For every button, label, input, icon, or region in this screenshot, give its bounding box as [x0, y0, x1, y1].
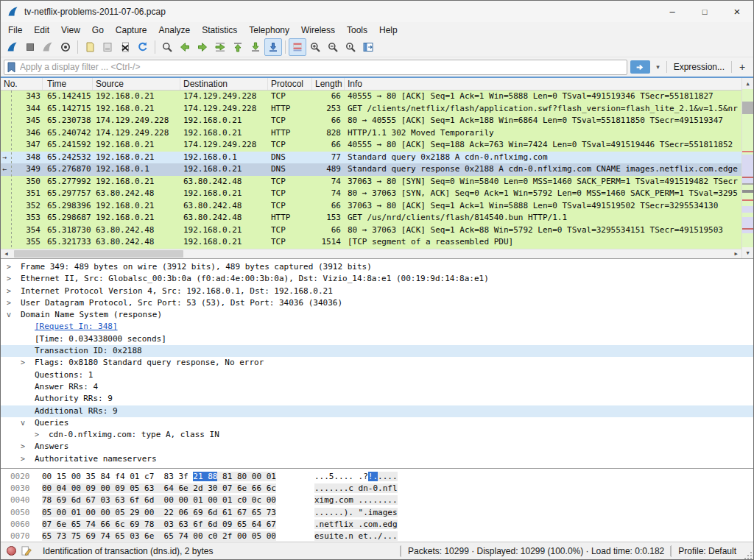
hex-row[interactable]: 006007 6e 65 74 66 6c 69 78 03 63 6f 6d …	[1, 519, 753, 531]
scroll-down-arrow-icon[interactable]: ▼	[742, 247, 753, 258]
packet-row[interactable]: 34465.142715192.168.0.21174.129.249.228H…	[1, 103, 741, 116]
detail-udp[interactable]: >User Datagram Protocol, Src Port: 53 (5…	[1, 297, 753, 309]
detail-additional-rrs[interactable]: Additional RRs: 9	[1, 405, 753, 417]
go-forward-icon[interactable]	[194, 38, 211, 56]
display-filter-box[interactable]	[4, 60, 627, 75]
go-last-icon[interactable]	[247, 38, 264, 56]
go-to-packet-icon[interactable]	[211, 38, 229, 56]
packet-row[interactable]: 35065.277992192.168.0.2163.80.242.48TCP7…	[1, 176, 741, 188]
save-file-icon[interactable]	[99, 38, 116, 56]
packet-list-scrollbar[interactable]: ▲ ▼	[741, 78, 753, 258]
menu-telephony[interactable]: Telephony	[243, 24, 295, 37]
resize-columns-icon[interactable]	[359, 38, 377, 56]
expand-arrow-icon[interactable]: >	[35, 429, 39, 441]
stop-capture-icon[interactable]	[21, 38, 39, 56]
detail-ethernet[interactable]: >Ethernet II, Src: Globalsc_00:3b:0a (f0…	[1, 273, 753, 285]
menu-help[interactable]: Help	[373, 24, 404, 37]
scroll-up-arrow-icon[interactable]: ▲	[742, 78, 753, 89]
scroll-right-arrow-icon[interactable]: ▶	[730, 249, 741, 258]
packet-row[interactable]: 35465.31873063.80.242.48192.168.0.21TCP6…	[1, 224, 741, 237]
menu-capture[interactable]: Capture	[110, 24, 153, 37]
scroll-left-arrow-icon[interactable]: ◀	[1, 249, 12, 258]
display-filter-input[interactable]	[16, 62, 627, 72]
column-header-protocol[interactable]: Protocol	[268, 78, 312, 90]
detail-questions[interactable]: Questions: 1	[1, 369, 753, 381]
detail-query-item[interactable]: >cdn-0.nflximg.com: type A, class IN	[1, 429, 753, 441]
column-header-source[interactable]: Source	[93, 78, 180, 90]
detail-flags[interactable]: >Flags: 0x8180 Standard query response, …	[1, 357, 753, 369]
zoom-original-icon[interactable]	[342, 38, 359, 56]
column-header-length[interactable]: Length	[312, 78, 345, 90]
column-header-info[interactable]: Info	[345, 78, 741, 90]
open-file-icon[interactable]	[81, 38, 99, 56]
collapse-arrow-icon[interactable]: v	[7, 309, 11, 321]
packet-row[interactable]: 35565.32173363.80.242.48192.168.0.21TCP1…	[1, 236, 741, 249]
expand-arrow-icon[interactable]: >	[7, 286, 11, 297]
colorize-packets-icon[interactable]	[289, 38, 306, 56]
auto-scroll-icon[interactable]	[264, 38, 282, 56]
expand-arrow-icon[interactable]: >	[21, 441, 25, 453]
maximize-button[interactable]: □	[688, 1, 721, 22]
close-file-icon[interactable]	[116, 38, 134, 56]
packet-row[interactable]: 34365.142415192.168.0.21174.129.249.228T…	[1, 91, 741, 103]
restart-capture-icon[interactable]	[39, 38, 57, 56]
capture-comment-icon[interactable]	[21, 545, 32, 556]
hex-row[interactable]: 003000 04 00 09 00 09 05 63 64 6e 2d 30 …	[1, 483, 753, 495]
expand-arrow-icon[interactable]: >	[7, 261, 11, 273]
expand-arrow-icon[interactable]: >	[21, 357, 25, 369]
minimize-button[interactable]: –	[656, 1, 688, 22]
resize-grip[interactable]	[744, 552, 752, 559]
detail-authoritative-nameservers[interactable]: >Authoritative nameservers	[1, 453, 753, 465]
detail-time[interactable]: [Time: 0.034338000 seconds]	[1, 333, 753, 345]
packet-row[interactable]: 34565.230738174.129.249.228192.168.0.21T…	[1, 115, 741, 127]
apply-filter-button[interactable]	[630, 60, 650, 74]
find-packet-icon[interactable]	[158, 38, 176, 56]
menu-wireless[interactable]: Wireless	[295, 24, 341, 37]
capture-options-icon[interactable]	[57, 38, 74, 56]
expand-arrow-icon[interactable]: >	[7, 273, 11, 285]
menu-go[interactable]: Go	[86, 24, 110, 37]
expand-arrow-icon[interactable]: >	[7, 297, 11, 309]
menu-view[interactable]: View	[55, 24, 86, 37]
go-back-icon[interactable]	[176, 38, 194, 56]
horizontal-scrollbar[interactable]: ◀ ▶	[1, 249, 741, 258]
detail-frame[interactable]: >Frame 349: 489 bytes on wire (3912 bits…	[1, 261, 753, 273]
menu-analyze[interactable]: Analyze	[153, 24, 197, 37]
packet-row[interactable]: 35365.298687192.168.0.2163.80.242.48HTTP…	[1, 212, 741, 224]
packet-row[interactable]: 34665.240742174.129.249.228192.168.0.21H…	[1, 127, 741, 140]
detail-answer-rrs[interactable]: Answer RRs: 4	[1, 381, 753, 393]
menu-file[interactable]: File	[2, 24, 28, 37]
detail-dns[interactable]: vDomain Name System (response)	[1, 309, 753, 321]
hex-row[interactable]: 007065 73 75 69 74 65 03 6e 65 74 00 c0 …	[1, 531, 753, 542]
detail-answers[interactable]: >Answers	[1, 441, 753, 453]
start-capture-icon[interactable]	[4, 38, 21, 56]
packet-row[interactable]: 35265.298396192.168.0.2163.80.242.48TCP6…	[1, 200, 741, 213]
go-first-icon[interactable]	[229, 38, 247, 56]
hex-row[interactable]: 004078 69 6d 67 03 63 6f 6d 00 00 01 00 …	[1, 495, 753, 506]
close-button[interactable]: ×	[721, 1, 753, 22]
profile-selector[interactable]: Profile: Default	[671, 545, 743, 557]
hex-row[interactable]: 002000 15 00 35 84 f4 01 c7 83 3f 21 88 …	[1, 471, 753, 483]
zoom-in-icon[interactable]	[306, 38, 324, 56]
expression-button[interactable]: Expression...	[670, 62, 728, 72]
menu-statistics[interactable]: Statistics	[196, 24, 243, 37]
detail-authority-rrs[interactable]: Authority RRs: 9	[1, 393, 753, 405]
detail-queries[interactable]: vQueries	[1, 417, 753, 429]
scrollbar-minimap[interactable]	[742, 89, 753, 247]
horizontal-scrollbar-thumb[interactable]	[14, 250, 183, 258]
column-header-no[interactable]: No.	[1, 78, 43, 90]
column-header-time[interactable]: Time	[43, 78, 93, 90]
expert-info-icon[interactable]	[7, 546, 16, 556]
packet-row[interactable]: 35165.29775763.80.242.48192.168.0.21TCP7…	[1, 188, 741, 200]
detail-request-in-link[interactable]: [Request In: 348]	[1, 321, 753, 333]
menu-tools[interactable]: Tools	[341, 24, 373, 37]
add-filter-button[interactable]: +	[735, 61, 750, 73]
detail-ip[interactable]: >Internet Protocol Version 4, Src: 192.1…	[1, 286, 753, 297]
reload-file-icon[interactable]	[134, 38, 152, 56]
detail-transaction-id-selected[interactable]: Transaction ID: 0x2188	[1, 345, 753, 357]
bookmark-icon[interactable]	[7, 62, 16, 73]
column-header-destination[interactable]: Destination	[180, 78, 268, 90]
packet-row-related[interactable]: →34865.242532192.168.0.21192.168.0.1DNS7…	[1, 152, 741, 164]
packet-row-selected[interactable]: ←34965.276870192.168.0.1192.168.0.21DNS4…	[1, 163, 741, 176]
expand-arrow-icon[interactable]: >	[21, 453, 25, 465]
